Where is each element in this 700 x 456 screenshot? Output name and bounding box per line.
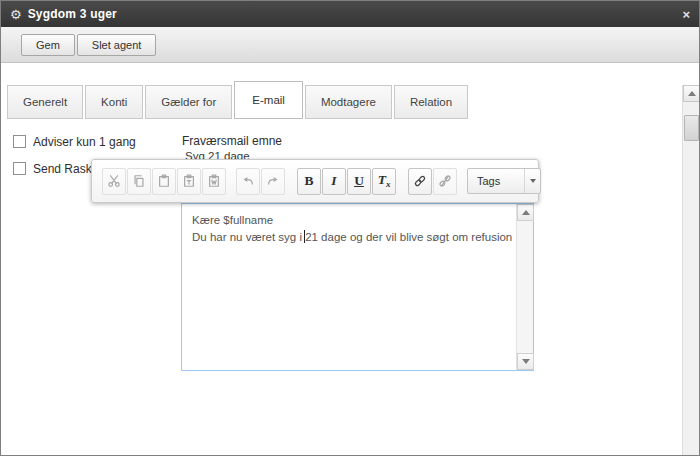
remove-format-icon[interactable]: Tx (372, 168, 396, 195)
underline-icon[interactable]: U (347, 168, 371, 195)
tab-relation[interactable]: Relation (394, 85, 468, 119)
window-scrollbar[interactable] (682, 85, 699, 456)
subject-label: Fraværsmail emne (182, 134, 282, 148)
clipboard-group (102, 168, 285, 195)
tab-email[interactable]: E-mail (234, 81, 303, 119)
tab-konti[interactable]: Konti (85, 85, 143, 119)
cut-icon[interactable] (102, 168, 126, 195)
editor-scroll-down-button[interactable] (517, 353, 534, 370)
tab-generelt[interactable]: Generelt (7, 85, 83, 119)
italic-icon[interactable]: I (322, 168, 346, 195)
send-rask-checkbox[interactable] (13, 162, 26, 175)
italic-glyph: I (331, 174, 336, 188)
arrow-up-icon (522, 210, 530, 215)
email-body-editor: Kære $fullname Du har nu været syg i 21 … (181, 203, 534, 371)
editor-scrollbar[interactable] (516, 204, 533, 370)
paste-text-icon[interactable] (177, 168, 201, 195)
body-line-1: Kære $fullname (192, 212, 506, 229)
tab-bar: Generelt Konti Gælder for E-mail Modtage… (7, 81, 468, 119)
scroll-up-button[interactable] (683, 85, 700, 102)
title-bar: ⚙ Sygdom 3 uger × (1, 1, 699, 27)
link-group (408, 168, 457, 195)
save-button[interactable]: Gem (21, 34, 75, 56)
agent-dialog: ⚙ Sygdom 3 uger × Gem Slet agent Generel… (0, 0, 700, 456)
close-icon[interactable]: × (682, 8, 690, 21)
bold-glyph: B (304, 174, 313, 188)
arrow-up-icon (688, 91, 696, 96)
action-toolbar: Gem Slet agent (1, 27, 699, 63)
body-line-2: Du har nu været syg i 21 dage og der vil… (192, 229, 506, 246)
editor-toolbar: B I U Tx Tags (91, 159, 539, 203)
format-group: B I U Tx (297, 168, 396, 195)
advise-once-checkbox[interactable] (13, 135, 26, 148)
remove-format-glyph: Tx (378, 173, 391, 189)
chevron-down-icon (524, 169, 540, 193)
email-body-text[interactable]: Kære $fullname Du har nu været syg i 21 … (182, 204, 516, 370)
tab-modtagere[interactable]: Modtagere (305, 85, 392, 119)
underline-glyph: U (354, 174, 364, 188)
undo-icon[interactable] (236, 168, 260, 195)
gear-icon: ⚙ (10, 7, 22, 22)
bold-icon[interactable]: B (297, 168, 321, 195)
paste-icon[interactable] (152, 168, 176, 195)
arrow-down-icon (522, 359, 530, 364)
link-icon[interactable] (408, 168, 432, 195)
editor-scroll-up-button[interactable] (517, 204, 534, 221)
unlink-icon[interactable] (433, 168, 457, 195)
text-caret (304, 230, 305, 243)
tab-gaelder-for[interactable]: Gælder for (145, 85, 232, 119)
redo-icon[interactable] (261, 168, 285, 195)
tags-label: Tags (468, 175, 524, 187)
advise-once-label: Adviser kun 1 gang (33, 135, 136, 149)
copy-icon[interactable] (127, 168, 151, 195)
send-rask-label: Send Rask (33, 162, 92, 176)
scrollbar-thumb[interactable] (684, 115, 699, 141)
tags-dropdown[interactable]: Tags (467, 168, 541, 194)
paste-word-icon[interactable] (202, 168, 226, 195)
delete-agent-button[interactable]: Slet agent (77, 34, 157, 56)
window-title: Sygdom 3 uger (28, 7, 117, 21)
